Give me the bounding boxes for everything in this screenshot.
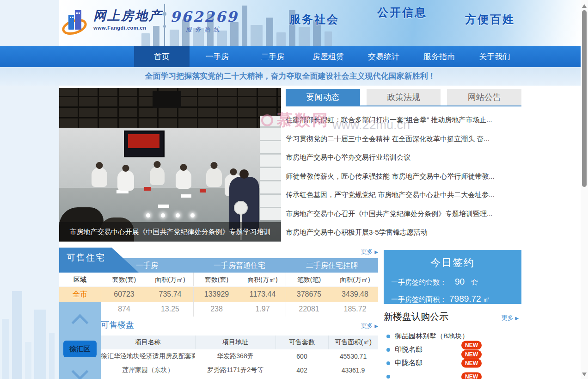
nav-item-second-hand[interactable]: 二手房 [245, 46, 300, 67]
scrollbar-thumb[interactable] [582, 10, 587, 187]
news-list-item[interactable]: 市房地产交易中心举办交易行业培训会议 [286, 148, 521, 167]
more-link[interactable]: 更多 ▶ [361, 248, 378, 255]
slogan-serve-society: 服务社会 [289, 12, 339, 27]
slogan-convenience: 方便百姓 [465, 12, 515, 27]
cell-units: 600 [276, 349, 328, 363]
cell: 238 [193, 302, 239, 317]
photo-person [176, 169, 191, 189]
today-signings-title: 今日签约 [384, 256, 521, 270]
col-header: 笔数(笔) [286, 273, 332, 286]
tab-news-headlines[interactable]: 要闻动态 [286, 89, 360, 106]
news-list-item[interactable]: 学习贯彻党的二十届三中全会精神 在全面深化改革中挺立潮头 奋... [286, 130, 521, 149]
site-logo[interactable]: 网上房地产 www.Fangdi.com.cn 962269 服务热线 [62, 7, 238, 36]
scrollbar-down-icon[interactable] [582, 373, 587, 376]
news-list-item[interactable]: 师徒带教传薪火，匠心传承强技能 市房地产交易中心举行师徒带教... [286, 167, 521, 186]
today-area-value: 7989.72 [449, 294, 481, 304]
more-link[interactable]: 更多 ▶ [361, 322, 378, 330]
news-list-item[interactable]: 传承红色基因，严守党规党纪 市房地产交易中心赴中共二大会址参... [286, 186, 521, 205]
cell: 735.74 [147, 287, 193, 302]
today-signings-panel: 今日签约 一手房签约套数： 90 套 一手房签约面积： 7989.72 ㎡ [384, 250, 521, 304]
hotline-label: 服务热线 [170, 25, 238, 34]
site-header: 网上房地产 www.Fangdi.com.cn 962269 服务热线 服务社会… [59, 0, 581, 46]
news-list-item[interactable]: 住建部部长倪虹：联合多部门打出一套“组合拳” 推动房地产市场止... [286, 111, 521, 130]
brand-name: 网上房地产 [93, 7, 163, 24]
carousel-dot[interactable] [176, 213, 180, 217]
district-button[interactable]: 徐汇区 [63, 341, 97, 357]
cell: 22081 [286, 302, 332, 317]
photo-projector [153, 91, 181, 108]
nav-item-new-housing[interactable]: 一手房 [190, 46, 245, 67]
col-project-name: 项目名称 [101, 336, 195, 349]
photo-person [206, 168, 222, 187]
more-link[interactable]: 更多 ▶ [502, 314, 519, 322]
news-carousel[interactable]: 市房地产交易中心开展《中国共产党纪律处分条例》专题学习培训 [59, 88, 281, 242]
today-area-label: 一手房签约面积： [391, 295, 447, 304]
scrollbar-up-icon[interactable] [582, 4, 587, 8]
news-list: 住建部部长倪虹：联合多部门打出一套“组合拳” 推动房地产市场止... 学习贯彻党… [286, 106, 521, 242]
cell-units: 402 [276, 363, 328, 377]
list-item[interactable]: NEW [384, 370, 521, 379]
today-area-line: 一手房签约面积： 7989.72 ㎡ [384, 294, 521, 304]
cell: 185.72 [332, 302, 378, 317]
cell: 3439.48 [332, 287, 378, 302]
list-item[interactable]: 御品园林别墅（B地块） [384, 329, 521, 343]
col-project-address: 项目地址 [195, 336, 276, 349]
nav-item-rental[interactable]: 房屋租赁 [300, 46, 356, 67]
new-badge: NEW [461, 359, 482, 367]
nav-item-about-us[interactable]: 关于我们 [467, 46, 522, 67]
group-ordinary-housing: 一手房普通住宅 [193, 258, 286, 273]
photo-person [150, 167, 165, 185]
nav-item-statistics[interactable]: 交易统计 [356, 46, 411, 67]
projects-panel: 可售楼盘 更多 ▶ 项目名称 项目地址 可售套数 可售面积(㎡) 徐汇华泾地块经… [101, 319, 378, 377]
col-header: 套数(套) [193, 273, 239, 286]
fangdi-logo-icon [62, 7, 89, 36]
chevron-up-icon[interactable] [72, 314, 89, 331]
main-content: 市房地产交易中心开展《中国共产党纪律处分条例》专题学习培训 要闻动态 政策法规 … [59, 86, 581, 379]
today-units-line: 一手房签约套数： 90 套 [384, 277, 521, 287]
tab-policies[interactable]: 政策法规 [367, 89, 441, 106]
main-nav: 首页 一手房 二手房 房屋租赁 交易统计 服务指南 关于我们 [0, 46, 581, 67]
new-listings-panel: 新楼盘认购公示 更多 ▶ 御品园林别墅（B地块） 印悦名邸 NEW NEW [384, 311, 521, 379]
projects-table: 项目名称 项目地址 可售套数 可售面积(㎡) 徐汇华泾地块经济适用房及配套商..… [101, 336, 378, 377]
carousel-dot[interactable] [161, 213, 165, 217]
today-units-unit: 套 [471, 278, 478, 287]
table-row[interactable]: 莲岸家园（东块） 罗秀路1171弄2号等 402 43361.9 [101, 363, 378, 377]
chevron-down-icon[interactable] [72, 363, 89, 379]
cell-project-address: 罗秀路1171弄2号等 [195, 363, 276, 377]
group-second-hand-listing: 二手房住宅挂牌 [286, 258, 378, 273]
carousel-caption[interactable]: 市房地产交易中心开展《中国共产党纪律处分条例》专题学习培训 [59, 222, 281, 242]
table-row-district: 874 13.25 238 1.97 22081 185.72 [59, 302, 378, 317]
bullet-icon [386, 361, 390, 365]
photo-person [92, 168, 107, 187]
cell-project-address: 华发路368弄 [195, 349, 276, 363]
new-badge: NEW [461, 341, 482, 349]
news-list-item[interactable]: 市房地产交易中心召开《中国共产党纪律处分条例》专题培训暨理... [286, 205, 521, 224]
scrollbar[interactable] [581, 0, 588, 379]
slogan-open-information: 公开信息 [377, 5, 427, 20]
carousel-dot[interactable] [190, 213, 195, 217]
background-city-watermark [0, 268, 59, 379]
col-area: 可售面积(㎡) [328, 336, 378, 349]
nav-item-service-guide[interactable]: 服务指南 [411, 46, 467, 67]
col-header: 面积(万㎡) [332, 273, 378, 286]
new-listings-title: 新楼盘认购公示 [384, 311, 448, 323]
bullet-icon [386, 348, 390, 352]
more-arrow-icon: ▶ [515, 316, 519, 321]
nav-item-home[interactable]: 首页 [134, 46, 190, 67]
announcement-banner: 全面学习把握落实党的二十大精神，奋力夺取全面建设社会主义现代化国家新胜利！ [0, 67, 581, 86]
carousel-dot[interactable] [146, 213, 150, 217]
cell: 1.97 [239, 302, 286, 317]
today-units-label: 一手房签约套数： [391, 278, 447, 287]
table-row[interactable]: 徐汇华泾地块经济适用房及配套商... 华发路368弄 600 45530.71 [101, 349, 378, 363]
news-tabs: 要闻动态 政策法规 网站公告 [286, 89, 521, 106]
list-item[interactable]: 印悦名邸 NEW NEW [384, 343, 521, 356]
news-list-item[interactable]: 市房地产交易中心积极开展3·5学雷锋志愿活动 [286, 223, 521, 242]
tab-site-notices[interactable]: 网站公告 [447, 89, 521, 106]
hotline-number: 962269 [170, 8, 238, 25]
brand-url: www.Fangdi.com.cn [93, 25, 163, 31]
region-citywide[interactable]: 全市 [59, 287, 101, 302]
carousel-dots [59, 213, 281, 217]
cell: 1173.44 [239, 287, 286, 302]
list-item[interactable]: 申陇名邸 NEW [384, 356, 521, 370]
more-arrow-icon: ▶ [374, 323, 378, 329]
